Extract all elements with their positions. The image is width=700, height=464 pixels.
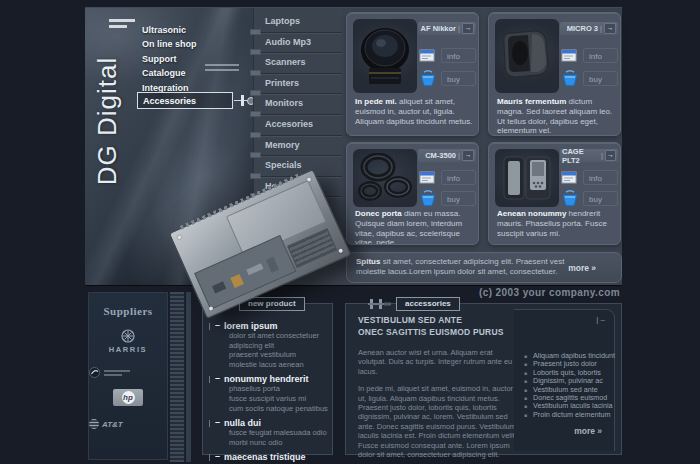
buy-cart-icon[interactable] — [417, 188, 438, 208]
product-image-lens-rings — [353, 149, 417, 207]
nav-catalogue[interactable]: Catalogue — [142, 68, 186, 78]
info-icon[interactable] — [559, 167, 580, 187]
buy-button[interactable]: buy — [441, 71, 476, 86]
hp-badge-icon: hp — [113, 389, 143, 406]
menu-item-scanners[interactable]: Scanners — [254, 53, 342, 74]
new-product-link[interactable]: lorem ipsum — [224, 321, 330, 331]
suppliers-title: Suppliers — [89, 305, 167, 317]
menu-item-accesories[interactable]: Accesories — [254, 115, 342, 136]
accessory-link[interactable]: Proin dictum elementum — [524, 411, 612, 419]
info-button[interactable]: info — [583, 170, 618, 185]
upper-panel: DG Digital Ultrasonic On line shop Suppo… — [85, 8, 622, 285]
product-card-cage-plt2: CAGE PLT2 | → info buy Aenean nonummy — [488, 142, 621, 245]
new-product-list: lorem ipsum dolor sit amet consectetuer … — [209, 321, 330, 464]
product-description: Mauris fermentum dictum magna. Sed laore… — [497, 97, 616, 136]
product-card-af-nikkor: AF Nikkor | → info buy In pede mi. al — [346, 12, 479, 136]
product-header[interactable]: CM-3500 | → — [418, 149, 476, 162]
product-name: AF Nikkor — [421, 24, 456, 33]
list-item: nulla dui fusce feugiat malesuada odio m… — [209, 418, 330, 447]
arrow-icon[interactable]: → — [605, 150, 616, 161]
info-button[interactable]: info — [441, 48, 476, 63]
accessories-body: Aenean auctor wisi et urna. Aliquam erat… — [358, 348, 518, 464]
product-name: CM-3500 — [425, 151, 456, 160]
harris-starburst-icon — [121, 329, 135, 343]
menu-item-laptops[interactable]: Laptops — [254, 12, 342, 33]
products-grid: AF Nikkor | → info buy In pede mi. al — [342, 8, 622, 285]
partner-emblem-icon — [89, 367, 100, 378]
brand-logo: DG Digital — [92, 21, 126, 221]
buy-button[interactable]: buy — [441, 191, 476, 206]
menu-item-monitors[interactable]: Monitors — [254, 94, 342, 115]
info-icon[interactable] — [417, 167, 438, 187]
buy-cart-icon[interactable] — [559, 68, 580, 88]
new-product-link[interactable]: nonummy hendrerit — [224, 374, 330, 384]
arrow-icon[interactable]: → — [462, 23, 474, 34]
arrow-icon[interactable]: → — [604, 23, 616, 34]
accessories-panel: accessories VESTIBULUM SED ANTE ONEC SAG… — [345, 303, 622, 455]
header-divider: | — [600, 24, 602, 33]
product-description: Donec porta diam eu massa. Quisque diam … — [355, 209, 474, 245]
new-product-link[interactable]: nulla dui — [224, 418, 330, 428]
list-item: lorem ipsum dolor sit amet consectetuer … — [209, 321, 330, 369]
buy-cart-icon[interactable] — [559, 188, 580, 208]
product-image-camera-lens — [353, 19, 417, 93]
accessories-links-box: | – Aliquam dapibus tincidunt Praesent j… — [514, 309, 615, 451]
hp-logo[interactable]: hp — [89, 389, 167, 406]
menu-item-printers[interactable]: Printers — [254, 74, 342, 95]
new-product-link[interactable]: maecenas tristique — [224, 452, 330, 462]
partner-logo[interactable] — [89, 367, 167, 378]
product-card-micro-3: MICRO 3 | → info buy Mauris fermentum — [488, 12, 621, 136]
header-divider: | — [601, 151, 603, 160]
info-icon[interactable] — [417, 45, 438, 65]
promo-bar: Spitus sit amet, consectetuer adipiscing… — [346, 252, 622, 283]
accessories-heading: VESTIBULUM SED ANTE ONEC SAGITTIS EUISMO… — [358, 315, 504, 338]
buy-button[interactable]: buy — [583, 71, 618, 86]
promo-text: Spitus sit amet, consectetuer adipiscing… — [356, 257, 588, 277]
new-product-panel: new product lorem ipsum dolor sit amet c… — [202, 303, 333, 455]
product-image-camera-bag — [495, 19, 559, 93]
accessories-more-link[interactable]: more » — [574, 426, 602, 436]
list-item: maecenas tristique duis ultricies pharet… — [209, 452, 330, 464]
nav-accessories-active[interactable]: Accessories — [137, 92, 233, 109]
clamp-icon — [368, 298, 392, 310]
zipper-decoration — [169, 292, 185, 462]
product-header[interactable]: MICRO 3 | → — [560, 22, 618, 35]
header-divider: | — [458, 24, 460, 33]
promo-more-link[interactable]: more » — [568, 263, 596, 273]
nav-support[interactable]: Support — [142, 54, 177, 64]
product-name: MICRO 3 — [567, 24, 598, 33]
clamp-icon — [241, 95, 244, 106]
accessories-tab-label[interactable]: accessories — [396, 297, 460, 311]
product-header[interactable]: AF Nikkor | → — [418, 22, 476, 35]
product-description: Aenean nonummy hendrerit mauris. Phasell… — [497, 209, 616, 238]
accessories-links: Aliquam dapibus tincidunt Praesent justo… — [524, 352, 612, 419]
header-divider: | — [458, 151, 460, 160]
buy-cart-icon[interactable] — [417, 68, 438, 88]
product-card-cm-3500: CM-3500 | → info buy Donec porta diam — [346, 142, 479, 245]
page: DG Digital Ultrasonic On line shop Suppo… — [0, 0, 700, 464]
harris-logo[interactable]: HARRIS — [89, 329, 167, 354]
info-button[interactable]: info — [441, 170, 476, 185]
arrow-icon[interactable]: → — [462, 150, 474, 161]
photo-spec-text — [205, 64, 239, 73]
info-icon[interactable] — [559, 45, 580, 65]
corner-mark: | – — [596, 315, 605, 324]
list-item: nonummy hendrerit phasellus porta fusce … — [209, 374, 330, 413]
suppliers-panel: Suppliers HARRIS hp AT&T — [88, 292, 168, 460]
product-image-pda-case — [495, 149, 559, 207]
product-name: CAGE PLT2 — [562, 147, 599, 165]
product-header[interactable]: CAGE PLT2 | → — [560, 149, 618, 162]
zipper-decoration — [186, 292, 191, 462]
nav-accessories-label: Accessories — [143, 96, 196, 106]
menu-item-memory[interactable]: Memory — [254, 136, 342, 157]
nav-ultrasonic[interactable]: Ultrasonic — [142, 25, 186, 35]
buy-button[interactable]: buy — [583, 191, 618, 206]
accessories-tab: accessories — [368, 297, 460, 311]
nav-online-shop[interactable]: On line shop — [142, 39, 197, 49]
product-description: In pede mi. aliquet sit amet, euismod in… — [355, 97, 474, 126]
att-globe-icon — [89, 419, 99, 429]
att-logo[interactable]: AT&T — [89, 419, 167, 429]
info-button[interactable]: info — [583, 48, 618, 63]
menu-item-audio-mp3[interactable]: Audio Mp3 — [254, 33, 342, 54]
